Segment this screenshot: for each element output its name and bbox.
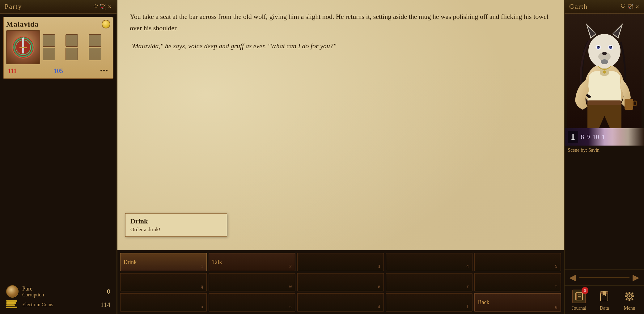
bow-icon: 🏹 — [100, 4, 106, 10]
party-icons: 🛡 🏹 ⚔ — [93, 4, 112, 10]
tooltip-description: Order a drink! — [130, 227, 222, 233]
slot-3[interactable] — [89, 34, 101, 47]
svg-rect-44 — [625, 298, 628, 300]
nav-arrows: ◀ ▶ — [565, 269, 644, 285]
npc-shield-icon: 🛡 — [621, 4, 626, 10]
svg-rect-4 — [19, 47, 27, 48]
character-portrait-row — [6, 30, 110, 64]
purity-label: Pure — [22, 286, 44, 292]
inventory-slots — [43, 34, 110, 60]
npc-stat-nums: 8 9 10 1 — [581, 133, 605, 141]
svg-point-20 — [598, 46, 600, 47]
action-slot-q[interactable]: q — [120, 273, 207, 291]
slot-5[interactable] — [66, 48, 78, 60]
action-slot-w[interactable]: w — [209, 273, 296, 291]
npc-stat-1: 8 — [581, 133, 584, 141]
svg-point-19 — [609, 46, 612, 49]
journal-icon: 3 — [571, 289, 587, 304]
svg-point-15 — [602, 52, 607, 55]
action-grid: Drink 1 Talk 2 3 4 5 q w e — [117, 250, 564, 314]
action-slot-5[interactable]: 5 — [474, 253, 561, 271]
menu-toolbar-item[interactable]: Menu — [622, 289, 637, 311]
action-talk-button[interactable]: Talk 2 — [209, 253, 296, 271]
action-back-button[interactable]: Back g — [474, 293, 561, 312]
story-text-area: You take a seat at the bar across from t… — [117, 0, 564, 250]
left-panel: Party 🛡 🏹 ⚔ Malavida — [0, 0, 117, 314]
main-content: You take a seat at the bar across from t… — [117, 0, 564, 314]
character-name-row: Malavida — [6, 20, 110, 28]
svg-rect-42 — [625, 292, 628, 295]
npc-sword-icon: ⚔ — [635, 4, 639, 10]
action-slot-a[interactable]: a — [120, 293, 207, 312]
back-label: Back — [478, 299, 489, 306]
slot-4[interactable] — [43, 48, 55, 60]
sword-icon: ⚔ — [108, 4, 112, 10]
hp-value: 111 — [8, 67, 17, 74]
story-paragraph-1: You take a seat at the bar across from t… — [130, 11, 551, 34]
right-panel: Garth 🛡 🏹 ⚔ — [564, 0, 644, 314]
nav-arrow-left[interactable]: ◀ — [569, 272, 576, 282]
purity-orb-icon — [6, 285, 19, 298]
options-dots[interactable]: ••• — [100, 67, 108, 74]
svg-point-26 — [603, 70, 606, 74]
svg-point-21 — [611, 46, 612, 47]
nav-line — [579, 277, 629, 278]
data-icon — [596, 289, 612, 304]
npc-level: 1 — [568, 131, 578, 143]
npc-stat-4: 1 — [602, 133, 605, 141]
coins-icon — [6, 300, 19, 309]
action-slot-3[interactable]: 3 — [297, 253, 384, 271]
npc-portrait-art — [567, 14, 642, 128]
slot-1[interactable] — [43, 34, 55, 47]
character-card[interactable]: Malavida — [3, 17, 113, 79]
action-drink-button[interactable]: Drink 1 — [120, 253, 207, 271]
drink-label: Drink — [124, 259, 137, 265]
action-slot-4[interactable]: 4 — [386, 253, 473, 271]
purity-value: 0 — [107, 287, 110, 295]
action-slot-r[interactable]: r — [386, 273, 473, 291]
svg-rect-38 — [629, 292, 630, 294]
character-portrait — [6, 30, 40, 64]
journal-toolbar-item[interactable]: 3 Journal — [571, 289, 587, 311]
purity-row: Pure Corruption 0 — [6, 285, 110, 298]
journal-label: Journal — [572, 305, 586, 311]
action-slot-t[interactable]: t — [474, 273, 561, 291]
action-slot-d[interactable]: d — [297, 293, 384, 312]
coins-value: 114 — [100, 301, 110, 309]
svg-point-18 — [597, 46, 600, 49]
data-toolbar-item[interactable]: Data — [596, 289, 612, 311]
talk-key: 2 — [289, 264, 292, 269]
svg-rect-43 — [631, 292, 633, 295]
slot4-key: 4 — [466, 264, 469, 269]
tooltip-title: Drink — [130, 217, 222, 225]
journal-badge: 3 — [582, 287, 588, 294]
character-name: Malavida — [6, 20, 39, 28]
story-paragraph-2: "Malavida," he says, voice deep and gruf… — [130, 40, 551, 52]
action-slot-s[interactable]: s — [209, 293, 296, 312]
svg-rect-28 — [576, 293, 577, 300]
character-orb — [102, 20, 110, 28]
slot-6[interactable] — [89, 48, 101, 60]
party-header: Party 🛡 🏹 ⚔ — [0, 0, 117, 14]
slot-2[interactable] — [66, 34, 78, 47]
action-slot-f[interactable]: f — [386, 293, 473, 312]
action-slot-e[interactable]: e — [297, 273, 384, 291]
nav-arrow-right[interactable]: ▶ — [633, 272, 639, 282]
data-label: Data — [600, 305, 609, 311]
npc-portrait — [565, 14, 644, 128]
npc-stat-2: 9 — [587, 133, 590, 141]
npc-header: Garth 🛡 🏹 ⚔ — [565, 0, 644, 14]
npc-bow-icon: 🏹 — [627, 4, 633, 10]
left-spacer — [0, 82, 117, 281]
purity-labels: Pure Corruption — [22, 286, 44, 298]
drink-key: 1 — [201, 264, 203, 269]
svg-rect-3 — [22, 38, 24, 53]
bottom-toolbar: 3 Journal Data — [565, 285, 644, 314]
svg-rect-45 — [631, 298, 633, 300]
npc-name: Garth — [569, 2, 588, 11]
talk-label: Talk — [212, 259, 222, 265]
coins-row: Electrum Coins 114 — [6, 300, 110, 309]
back-key: g — [555, 304, 557, 309]
svg-rect-41 — [632, 295, 634, 297]
shield-icon: 🛡 — [93, 4, 98, 10]
